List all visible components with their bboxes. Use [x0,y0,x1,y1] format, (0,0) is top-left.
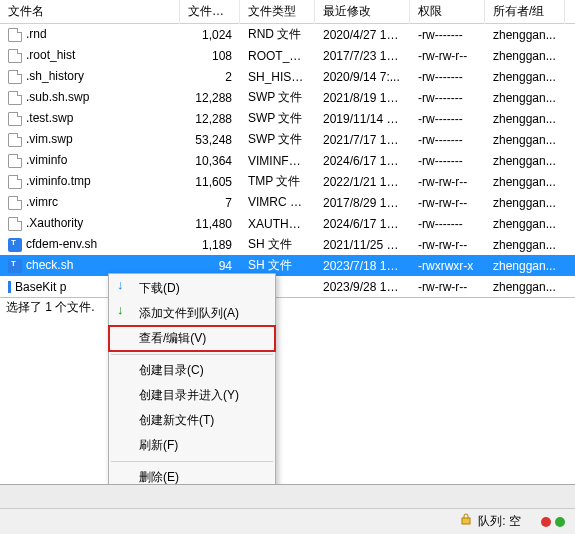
menu-download[interactable]: 下载(D) [109,276,275,301]
menu-label: 刷新(F) [139,438,178,452]
file-icon [8,91,22,105]
file-icon [8,49,22,63]
file-icon [8,217,22,231]
cell-type: ROOT_HI... [240,47,315,65]
menu-label: 添加文件到队列(A) [139,306,239,320]
cell-owner: zhenggan... [485,89,565,107]
table-row[interactable]: .rnd1,024RND 文件2020/4/27 18...-rw-------… [0,24,575,45]
cell-type: VIMINFO ... [240,152,315,170]
status-dot-red [541,517,551,527]
cell-perm: -rw------- [410,89,485,107]
cell-perm: -rw------- [410,152,485,170]
table-row[interactable]: .viminfo.tmp11,605TMP 文件2022/1/21 17...-… [0,171,575,192]
file-name: .vimrc [26,195,58,209]
cell-owner: zhenggan... [485,26,565,44]
cell-size: 1,024 [180,26,240,44]
col-header-perm[interactable]: 权限 [410,0,485,24]
file-icon [8,175,22,189]
file-name: cfdem-env.sh [26,237,97,251]
cell-size: 108 [180,47,240,65]
cell-owner: zhenggan... [485,236,565,254]
cell-perm: -rw-rw-r-- [410,194,485,212]
table-row[interactable]: .viminfo10,364VIMINFO ...2024/6/17 10...… [0,150,575,171]
menu-refresh[interactable]: 刷新(F) [109,433,275,458]
table-row[interactable]: .sub.sh.swp12,288SWP 文件2021/8/19 10...-r… [0,87,575,108]
queue-label: 队列: 空 [478,514,521,528]
status-bar-bottom: 队列: 空 [0,508,575,534]
table-row[interactable]: check.sh94SH 文件2023/7/18 16...-rwxrwxr-x… [0,255,575,276]
file-icon [8,133,22,147]
cell-perm: -rw------- [410,26,485,44]
file-icon [8,70,22,84]
menu-label: 删除(E) [139,470,179,484]
file-icon [8,154,22,168]
menu-label: 查看/编辑(V) [139,331,206,345]
cell-date: 2019/11/14 1... [315,110,410,128]
menu-create-enter[interactable]: 创建目录并进入(Y) [109,383,275,408]
cell-name: .rnd [0,25,180,44]
menu-create-file[interactable]: 创建新文件(T) [109,408,275,433]
menu-add-queue[interactable]: 添加文件到队列(A) [109,301,275,326]
col-header-size[interactable]: 文件大小 [180,0,240,24]
table-row[interactable]: cfdem-env.sh1,189SH 文件2021/11/25 1...-rw… [0,234,575,255]
col-header-modified[interactable]: 最近修改 [315,0,410,24]
table-row[interactable]: .vim.swp53,248SWP 文件2021/7/17 13...-rw--… [0,129,575,150]
cell-name: .sh_history [0,67,180,86]
file-name: .viminfo.tmp [26,174,91,188]
cell-name: .viminfo.tmp [0,172,180,191]
file-icon [8,112,22,126]
sh-file-icon [8,259,22,273]
cell-date: 2024/6/17 10... [315,215,410,233]
cell-name: .Xauthority [0,214,180,233]
status-dots [541,517,565,527]
cell-name: .viminfo [0,151,180,170]
cell-date: 2022/1/21 17... [315,173,410,191]
file-icon [8,196,22,210]
cell-size: 53,248 [180,131,240,149]
table-row[interactable]: .root_hist108ROOT_HI...2017/7/23 16...-r… [0,45,575,66]
file-name: .sh_history [26,69,84,83]
cell-owner: zhenggan... [485,194,565,212]
menu-label: 创建目录(C) [139,363,204,377]
cell-size: 12,288 [180,89,240,107]
cell-owner: zhenggan... [485,131,565,149]
cell-date: 2021/8/19 10... [315,89,410,107]
cell-owner: zhenggan... [485,257,565,275]
cell-owner: zhenggan... [485,68,565,86]
col-header-name[interactable]: 文件名 [0,0,180,24]
bottom-bars: 队列: 空 [0,484,575,534]
status-dot-green [555,517,565,527]
table-row[interactable]: .test.swp12,288SWP 文件2019/11/14 1...-rw-… [0,108,575,129]
menu-create-dir[interactable]: 创建目录(C) [109,358,275,383]
cell-type: TMP 文件 [240,171,315,192]
cell-date: 2023/9/28 10... [315,278,410,296]
col-header-owner[interactable]: 所有者/组 [485,0,565,24]
menu-view-edit[interactable]: 查看/编辑(V) [109,326,275,351]
table-row[interactable]: .Xauthority11,480XAUTHOR...2024/6/17 10.… [0,213,575,234]
table-row[interactable]: BaseKit p2023/9/28 10...-rw-rw-r--zhengg… [0,276,575,297]
cell-size: 94 [180,257,240,275]
file-name: .rnd [26,27,47,41]
cell-size: 2 [180,68,240,86]
file-name: .sub.sh.swp [26,90,89,104]
table-row[interactable]: .vimrc7VIMRC 文件2017/8/29 16...-rw-rw-r--… [0,192,575,213]
file-name: BaseKit p [15,280,66,294]
file-name: .root_hist [26,48,75,62]
table-body: .rnd1,024RND 文件2020/4/27 18...-rw-------… [0,24,575,297]
table-row[interactable]: .sh_history2SH_HISTO...2020/9/14 7:...-r… [0,66,575,87]
cell-type: VIMRC 文件 [240,192,315,213]
file-table: 文件名 文件大小 文件类型 最近修改 权限 所有者/组 .rnd1,024RND… [0,0,575,297]
cell-size: 11,480 [180,215,240,233]
cell-type: SH 文件 [240,234,315,255]
cell-date: 2023/7/18 16... [315,257,410,275]
cell-name: .vim.swp [0,130,180,149]
cell-perm: -rw------- [410,110,485,128]
cell-type: RND 文件 [240,24,315,45]
cell-owner: zhenggan... [485,173,565,191]
cell-owner: zhenggan... [485,47,565,65]
cell-perm: -rw-rw-r-- [410,173,485,191]
col-header-type[interactable]: 文件类型 [240,0,315,24]
cell-perm: -rw------- [410,68,485,86]
cell-size: 1,189 [180,236,240,254]
file-name: check.sh [26,258,73,272]
